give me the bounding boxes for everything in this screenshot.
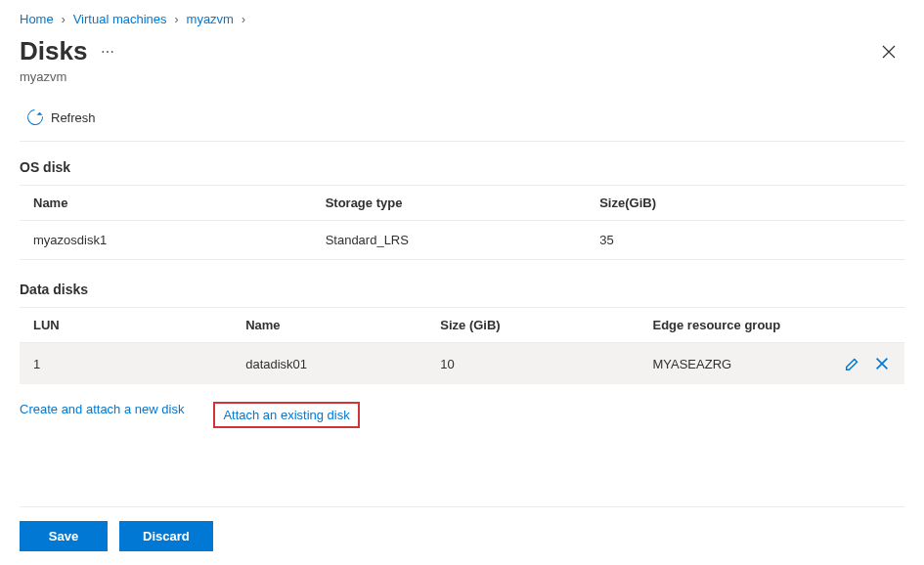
- cell-erg: MYASEAZRG: [638, 343, 822, 385]
- cell-name: datadisk01: [232, 343, 426, 385]
- col-erg: Edge resource group: [638, 308, 822, 343]
- create-attach-new-disk-link[interactable]: Create and attach a new disk: [20, 402, 184, 428]
- col-name: Name: [232, 308, 426, 343]
- cell-size: 10: [426, 343, 638, 385]
- table-row[interactable]: 1 datadisk01 10 MYASEAZRG: [20, 343, 904, 385]
- breadcrumb-myazvm[interactable]: myazvm: [187, 12, 234, 26]
- disk-action-links: Create and attach a new disk Attach an e…: [20, 402, 904, 428]
- breadcrumb: Home › Virtual machines › myazvm ›: [20, 12, 904, 26]
- col-storage-type: Storage type: [312, 186, 587, 221]
- col-name: Name: [20, 186, 312, 221]
- page-subtitle: myazvm: [20, 69, 904, 84]
- attach-existing-highlight: Attach an existing disk: [213, 402, 359, 428]
- more-actions-icon[interactable]: ⋯: [97, 40, 118, 64]
- col-lun: LUN: [20, 308, 232, 343]
- save-button[interactable]: Save: [20, 521, 108, 551]
- page-title: Disks: [20, 36, 87, 66]
- breadcrumb-home[interactable]: Home: [20, 12, 54, 26]
- edit-icon[interactable]: [844, 355, 861, 372]
- chevron-right-icon: ›: [62, 13, 66, 26]
- close-icon[interactable]: [873, 36, 904, 67]
- data-disks-table: LUN Name Size (GiB) Edge resource group …: [20, 307, 904, 384]
- breadcrumb-virtual-machines[interactable]: Virtual machines: [73, 12, 167, 26]
- cell-lun: 1: [20, 343, 232, 385]
- refresh-icon: [24, 107, 47, 129]
- col-size: Size (GiB): [426, 308, 638, 343]
- cell-storage-type: Standard_LRS: [312, 221, 587, 260]
- os-disk-section-title: OS disk: [20, 159, 904, 175]
- cell-name: myazosdisk1: [20, 221, 312, 260]
- refresh-button[interactable]: Refresh: [20, 106, 104, 129]
- os-disk-table: Name Storage type Size(GiB) myazosdisk1 …: [20, 185, 904, 260]
- cell-size: 35: [586, 221, 904, 260]
- chevron-right-icon: ›: [242, 13, 245, 26]
- table-row[interactable]: myazosdisk1 Standard_LRS 35: [20, 221, 904, 260]
- delete-icon[interactable]: [873, 355, 891, 372]
- col-size: Size(GiB): [586, 186, 904, 221]
- footer: Save Discard: [20, 506, 904, 551]
- refresh-label: Refresh: [51, 110, 96, 125]
- discard-button[interactable]: Discard: [119, 521, 213, 551]
- row-actions: [822, 343, 904, 385]
- chevron-right-icon: ›: [175, 13, 179, 26]
- toolbar: Refresh: [20, 100, 904, 142]
- data-disks-section-title: Data disks: [20, 282, 904, 297]
- attach-existing-disk-link[interactable]: Attach an existing disk: [223, 408, 349, 422]
